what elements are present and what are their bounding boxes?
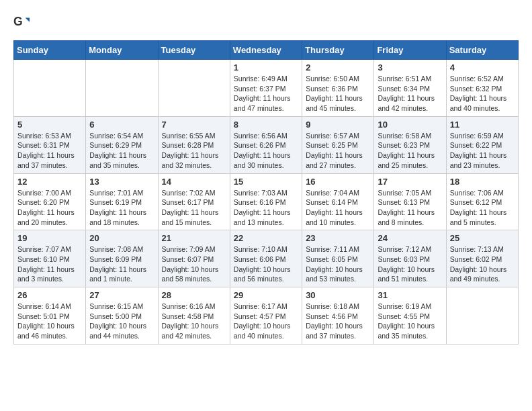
col-wednesday: Wednesday: [230, 41, 302, 60]
day-number: 8: [234, 120, 298, 130]
calendar-week-3: 12Sunrise: 7:00 AM Sunset: 6:20 PM Dayli…: [14, 173, 519, 230]
day-info: Sunrise: 7:13 AM Sunset: 6:02 PM Dayligh…: [450, 244, 515, 284]
calendar-week-2: 5Sunrise: 6:53 AM Sunset: 6:31 PM Daylig…: [14, 116, 519, 173]
day-number: 11: [450, 120, 515, 130]
calendar-cell: 27Sunrise: 6:15 AM Sunset: 5:00 PM Dayli…: [86, 287, 158, 345]
calendar-cell: 1Sunrise: 6:49 AM Sunset: 6:37 PM Daylig…: [230, 60, 302, 117]
calendar-cell: 7Sunrise: 6:55 AM Sunset: 6:28 PM Daylig…: [158, 116, 230, 173]
day-info: Sunrise: 7:00 AM Sunset: 6:20 PM Dayligh…: [17, 188, 82, 228]
calendar-cell: 20Sunrise: 7:08 AM Sunset: 6:09 PM Dayli…: [86, 230, 158, 287]
day-number: 16: [306, 177, 370, 187]
day-number: 1: [234, 62, 298, 73]
logo-icon: G: [13, 13, 30, 30]
day-number: 14: [162, 177, 226, 187]
day-info: Sunrise: 6:19 AM Sunset: 4:55 PM Dayligh…: [378, 302, 442, 341]
day-number: 17: [378, 177, 442, 187]
day-number: 29: [234, 290, 298, 300]
calendar-header-row: Sunday Monday Tuesday Wednesday Thursday…: [14, 41, 519, 60]
day-info: Sunrise: 6:17 AM Sunset: 4:57 PM Dayligh…: [234, 302, 298, 341]
day-number: 20: [89, 233, 154, 243]
day-info: Sunrise: 6:57 AM Sunset: 6:25 PM Dayligh…: [306, 131, 370, 171]
calendar-cell: [14, 60, 86, 117]
calendar-cell: 8Sunrise: 6:56 AM Sunset: 6:26 PM Daylig…: [230, 116, 302, 173]
day-number: 10: [378, 120, 442, 130]
day-info: Sunrise: 7:09 AM Sunset: 6:07 PM Dayligh…: [162, 244, 226, 284]
day-number: 3: [378, 62, 442, 73]
calendar-cell: 5Sunrise: 6:53 AM Sunset: 6:31 PM Daylig…: [14, 116, 86, 173]
day-number: 27: [89, 290, 154, 300]
day-number: 28: [162, 290, 226, 300]
calendar-cell: 18Sunrise: 7:06 AM Sunset: 6:12 PM Dayli…: [446, 173, 518, 230]
day-info: Sunrise: 6:15 AM Sunset: 5:00 PM Dayligh…: [89, 302, 154, 341]
col-saturday: Saturday: [446, 41, 518, 60]
day-info: Sunrise: 7:03 AM Sunset: 6:16 PM Dayligh…: [234, 188, 298, 228]
day-number: 7: [162, 120, 226, 130]
calendar-cell: 31Sunrise: 6:19 AM Sunset: 4:55 PM Dayli…: [374, 287, 446, 345]
day-number: 26: [17, 290, 82, 300]
day-info: Sunrise: 7:11 AM Sunset: 6:05 PM Dayligh…: [306, 244, 370, 284]
day-number: 2: [306, 62, 370, 73]
day-number: 4: [450, 62, 515, 73]
day-info: Sunrise: 7:12 AM Sunset: 6:03 PM Dayligh…: [378, 244, 442, 284]
col-friday: Friday: [374, 41, 446, 60]
calendar-week-4: 19Sunrise: 7:07 AM Sunset: 6:10 PM Dayli…: [14, 230, 519, 287]
day-number: 12: [17, 177, 82, 187]
calendar-cell: 24Sunrise: 7:12 AM Sunset: 6:03 PM Dayli…: [374, 230, 446, 287]
day-info: Sunrise: 7:04 AM Sunset: 6:14 PM Dayligh…: [306, 188, 370, 228]
day-number: 6: [89, 120, 154, 130]
day-number: 9: [306, 120, 370, 130]
calendar-cell: 26Sunrise: 6:14 AM Sunset: 5:01 PM Dayli…: [14, 287, 86, 345]
calendar-cell: 22Sunrise: 7:10 AM Sunset: 6:06 PM Dayli…: [230, 230, 302, 287]
col-tuesday: Tuesday: [158, 41, 230, 60]
day-info: Sunrise: 7:01 AM Sunset: 6:19 PM Dayligh…: [89, 188, 154, 228]
calendar-week-1: 1Sunrise: 6:49 AM Sunset: 6:37 PM Daylig…: [14, 60, 519, 117]
calendar-cell: 17Sunrise: 7:05 AM Sunset: 6:13 PM Dayli…: [374, 173, 446, 230]
day-number: 18: [450, 177, 515, 187]
calendar-cell: 14Sunrise: 7:02 AM Sunset: 6:17 PM Dayli…: [158, 173, 230, 230]
calendar-cell: 25Sunrise: 7:13 AM Sunset: 6:02 PM Dayli…: [446, 230, 518, 287]
day-number: 25: [450, 233, 515, 243]
calendar-cell: 2Sunrise: 6:50 AM Sunset: 6:36 PM Daylig…: [302, 60, 374, 117]
day-info: Sunrise: 7:07 AM Sunset: 6:10 PM Dayligh…: [17, 244, 82, 284]
calendar-week-5: 26Sunrise: 6:14 AM Sunset: 5:01 PM Dayli…: [14, 287, 519, 345]
calendar-cell: 21Sunrise: 7:09 AM Sunset: 6:07 PM Dayli…: [158, 230, 230, 287]
calendar-cell: 13Sunrise: 7:01 AM Sunset: 6:19 PM Dayli…: [86, 173, 158, 230]
day-number: 31: [378, 290, 442, 300]
day-info: Sunrise: 6:59 AM Sunset: 6:22 PM Dayligh…: [450, 131, 515, 171]
day-info: Sunrise: 7:06 AM Sunset: 6:12 PM Dayligh…: [450, 188, 515, 228]
calendar-cell: 11Sunrise: 6:59 AM Sunset: 6:22 PM Dayli…: [446, 116, 518, 173]
day-number: 22: [234, 233, 298, 243]
day-number: 21: [162, 233, 226, 243]
day-number: 30: [306, 290, 370, 300]
calendar-cell: 30Sunrise: 6:18 AM Sunset: 4:56 PM Dayli…: [302, 287, 374, 345]
calendar-cell: 3Sunrise: 6:51 AM Sunset: 6:34 PM Daylig…: [374, 60, 446, 117]
day-info: Sunrise: 7:05 AM Sunset: 6:13 PM Dayligh…: [378, 188, 442, 228]
day-info: Sunrise: 7:02 AM Sunset: 6:17 PM Dayligh…: [162, 188, 226, 228]
day-info: Sunrise: 7:10 AM Sunset: 6:06 PM Dayligh…: [234, 244, 298, 284]
day-info: Sunrise: 6:50 AM Sunset: 6:36 PM Dayligh…: [306, 74, 370, 113]
day-number: 24: [378, 233, 442, 243]
day-number: 19: [17, 233, 82, 243]
calendar-cell: 23Sunrise: 7:11 AM Sunset: 6:05 PM Dayli…: [302, 230, 374, 287]
calendar-cell: 19Sunrise: 7:07 AM Sunset: 6:10 PM Dayli…: [14, 230, 86, 287]
calendar-cell: 16Sunrise: 7:04 AM Sunset: 6:14 PM Dayli…: [302, 173, 374, 230]
day-info: Sunrise: 6:16 AM Sunset: 4:58 PM Dayligh…: [162, 302, 226, 341]
calendar-table: Sunday Monday Tuesday Wednesday Thursday…: [13, 40, 519, 345]
svg-marker-1: [26, 17, 30, 21]
calendar-cell: 4Sunrise: 6:52 AM Sunset: 6:32 PM Daylig…: [446, 60, 518, 117]
day-info: Sunrise: 6:18 AM Sunset: 4:56 PM Dayligh…: [306, 302, 370, 341]
logo: G: [13, 13, 32, 30]
day-number: 13: [89, 177, 154, 187]
day-info: Sunrise: 6:53 AM Sunset: 6:31 PM Dayligh…: [17, 131, 82, 171]
day-info: Sunrise: 6:52 AM Sunset: 6:32 PM Dayligh…: [450, 74, 515, 113]
calendar-cell: [446, 287, 518, 345]
col-thursday: Thursday: [302, 41, 374, 60]
calendar-cell: 10Sunrise: 6:58 AM Sunset: 6:23 PM Dayli…: [374, 116, 446, 173]
day-info: Sunrise: 6:56 AM Sunset: 6:26 PM Dayligh…: [234, 131, 298, 171]
day-info: Sunrise: 7:08 AM Sunset: 6:09 PM Dayligh…: [89, 244, 154, 284]
day-info: Sunrise: 6:51 AM Sunset: 6:34 PM Dayligh…: [378, 74, 442, 113]
calendar-cell: [158, 60, 230, 117]
calendar-cell: 6Sunrise: 6:54 AM Sunset: 6:29 PM Daylig…: [86, 116, 158, 173]
calendar-cell: 12Sunrise: 7:00 AM Sunset: 6:20 PM Dayli…: [14, 173, 86, 230]
col-sunday: Sunday: [14, 41, 86, 60]
